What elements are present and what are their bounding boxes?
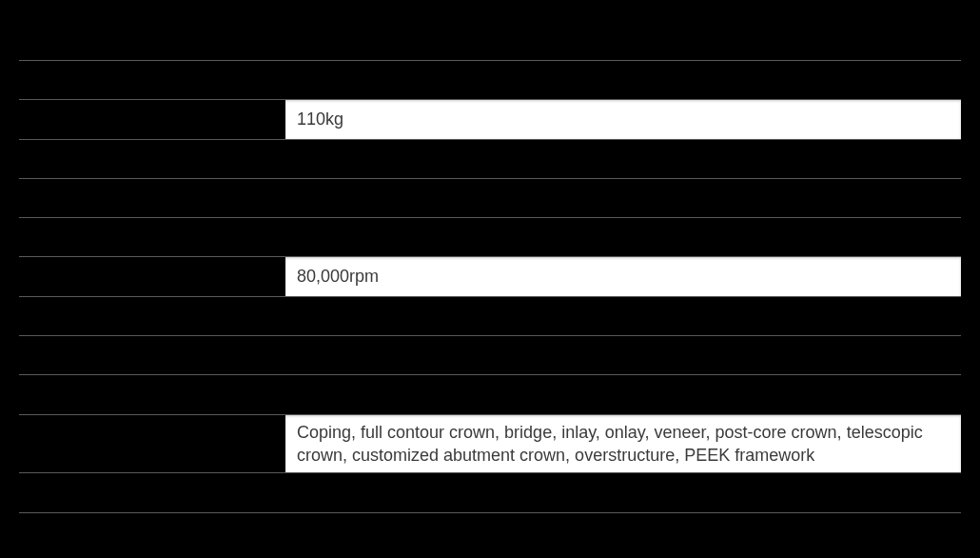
spec-table: classification parameter Dimension W x D…	[19, 13, 961, 513]
row-value: Dedicated CAM software	[285, 140, 961, 178]
row-label: Number of axes	[19, 336, 285, 374]
row-label: Indication	[19, 425, 285, 463]
table-row: Software Dedicated CAM software	[19, 140, 961, 179]
row-value: up to 6mm	[285, 297, 961, 335]
row-value: Zirconia, PMMA, wax, composite resin, pr…	[285, 473, 961, 511]
table-row: Spindle speed 80,000rpm	[19, 257, 961, 296]
header-classification: classification	[19, 13, 285, 60]
row-value: 5	[285, 336, 961, 374]
table-row: Number of axes 5	[19, 336, 961, 375]
row-value: W x D x H mm	[285, 61, 961, 99]
row-label: Weight	[19, 100, 285, 138]
row-label: Milling material	[19, 473, 285, 511]
table-row: Dimension W x D x H mm	[19, 61, 961, 100]
table-row: Milling material Zirconia, PMMA, wax, co…	[19, 473, 961, 512]
header-parameter: parameter	[285, 13, 961, 60]
row-label: Power	[19, 179, 285, 217]
table-row: Power 1.0 kW	[19, 179, 961, 218]
row-label: Compatible bar material	[19, 218, 285, 256]
row-label: Dimension	[19, 61, 285, 99]
row-value: 110kg	[285, 100, 961, 138]
table-row: Tool data up to 6mm	[19, 297, 961, 336]
table-row: Compatible bar material up to 98mm	[19, 218, 961, 257]
row-value: Coping, full contour crown, bridge, inla…	[285, 415, 961, 473]
row-label: Cooling type	[19, 375, 285, 413]
row-label: Spindle speed	[19, 257, 285, 295]
row-label: Tool data	[19, 297, 285, 335]
table-header-row: classification parameter	[19, 13, 961, 61]
row-label: Software	[19, 140, 285, 178]
row-value: 80,000rpm	[285, 257, 961, 295]
table-row: Cooling type Air cooling	[19, 375, 961, 414]
table-row: Indication Coping, full contour crown, b…	[19, 415, 961, 474]
table-row: Weight 110kg	[19, 100, 961, 139]
row-value: up to 98mm	[285, 218, 961, 256]
row-value: Air cooling	[285, 375, 961, 413]
row-value: 1.0 kW	[285, 179, 961, 217]
